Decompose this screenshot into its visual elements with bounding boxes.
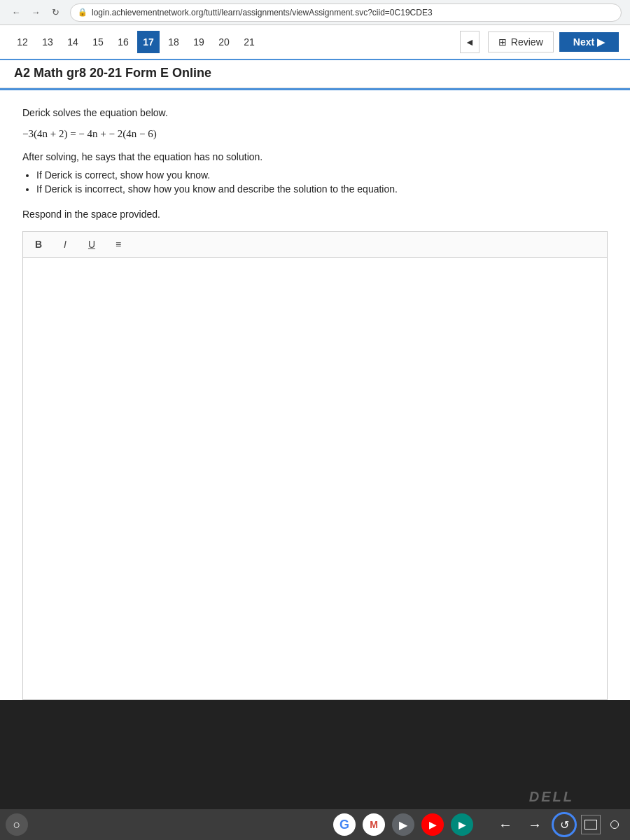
question-intro: Derick solves the equation below. (22, 107, 608, 118)
text-editor: B I U ≡ (22, 231, 608, 700)
bullet-list: If Derick is correct, show how you know.… (36, 169, 608, 197)
window-button[interactable] (581, 815, 601, 834)
bold-button[interactable]: B (30, 236, 47, 253)
prev-arrow[interactable]: ◄ (460, 31, 479, 53)
question-20[interactable]: 20 (213, 31, 235, 53)
page-title: A2 Math gr8 20-21 Form E Online (14, 66, 616, 80)
question-14[interactable]: 14 (62, 31, 84, 53)
respond-text: Respond in the space provided. (22, 209, 608, 220)
question-15[interactable]: 15 (87, 31, 109, 53)
taskbar-refresh-button[interactable]: ↺ (552, 812, 577, 837)
meet-icon[interactable]: ▶ (451, 813, 473, 836)
question-13[interactable]: 13 (36, 31, 59, 53)
editor-body[interactable] (23, 258, 607, 699)
bullet-item-2: If Derick is incorrect, show how you kno… (36, 183, 608, 195)
underline-button[interactable]: U (83, 236, 100, 253)
follow-up-text: After solving, he says that the equation… (22, 151, 608, 162)
laptop-base: ○ G M ▶ ▶ ▶ ← → ↺ DELL (0, 700, 630, 840)
back-button[interactable]: ← (8, 5, 24, 20)
question-nav-bar: 12 13 14 15 16 17 18 19 20 21 ◄ ⊞ Review… (0, 25, 630, 60)
profile-icon[interactable]: ▶ (392, 813, 414, 836)
browser-navigation: ← → ↻ (8, 5, 63, 20)
refresh-button[interactable]: ↻ (48, 5, 63, 20)
page-title-bar: A2 Math gr8 20-21 Form E Online (0, 60, 630, 88)
lock-icon: 🔒 (78, 8, 88, 17)
forward-button[interactable]: → (28, 5, 43, 20)
youtube-icon[interactable]: ▶ (421, 813, 444, 836)
question-19[interactable]: 19 (188, 31, 210, 53)
browser-chrome: ← → ↻ 🔒 login.achievementnetwork.org/tut… (0, 0, 630, 25)
gmail-icon[interactable]: M (363, 813, 385, 836)
fullscreen-button[interactable] (605, 815, 624, 834)
question-18[interactable]: 18 (162, 31, 185, 53)
main-content: 12 13 14 15 16 17 18 19 20 21 ◄ ⊞ Review… (0, 25, 630, 700)
taskbar-forward-button[interactable]: → (522, 812, 547, 837)
question-12[interactable]: 12 (11, 31, 34, 53)
question-16[interactable]: 16 (112, 31, 134, 53)
review-button[interactable]: ⊞ Review (488, 31, 554, 52)
italic-button[interactable]: I (57, 236, 74, 253)
bullet-item-1: If Derick is correct, show how you know. (36, 169, 608, 181)
question-21[interactable]: 21 (238, 31, 260, 53)
equation-display: −3(4n + 2) = − 4n + − 2(4n − 6) (22, 128, 608, 140)
next-button[interactable]: Next ▶ (559, 32, 619, 52)
taskbar-icons: G M ▶ ▶ ▶ (333, 813, 473, 836)
question-17[interactable]: 17 (137, 31, 160, 53)
taskbar: ○ G M ▶ ▶ ▶ ← → ↺ (0, 809, 630, 840)
dell-logo: DELL (529, 789, 574, 805)
address-bar[interactable]: 🔒 login.achievementnetwork.org/tutti/lea… (70, 4, 622, 22)
url-text: login.achievementnetwork.org/tutti/learn… (92, 8, 433, 18)
question-area: Derick solves the equation below. −3(4n … (0, 88, 630, 700)
search-circle[interactable]: ○ (6, 813, 28, 836)
taskbar-back-button[interactable]: ← (493, 812, 518, 837)
google-icon[interactable]: G (333, 813, 356, 836)
list-button[interactable]: ≡ (110, 236, 127, 253)
review-icon: ⊞ (498, 36, 507, 48)
editor-toolbar: B I U ≡ (23, 232, 607, 258)
